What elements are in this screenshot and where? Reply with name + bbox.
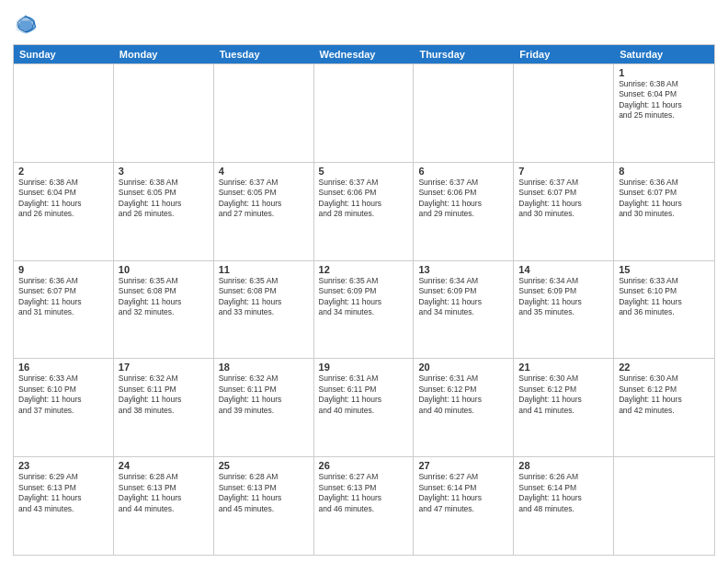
day-info: Sunrise: 6:38 AM Sunset: 6:04 PM Dayligh…	[18, 178, 108, 220]
day-info: Sunrise: 6:32 AM Sunset: 6:11 PM Dayligh…	[219, 373, 309, 416]
logo	[13, 11, 40, 37]
day-cell-7: 7Sunrise: 6:37 AM Sunset: 6:07 PM Daylig…	[514, 163, 614, 260]
day-header-saturday: Saturday	[614, 45, 714, 63]
day-header-sunday: Sunday	[14, 45, 114, 63]
day-number: 15	[619, 264, 710, 275]
day-number: 21	[518, 362, 609, 373]
day-number: 16	[18, 362, 108, 373]
day-number: 26	[319, 460, 409, 471]
week-row-3: 16Sunrise: 6:33 AM Sunset: 6:10 PM Dayli…	[14, 358, 714, 456]
day-info: Sunrise: 6:37 AM Sunset: 6:06 PM Dayligh…	[418, 178, 508, 220]
day-number: 12	[319, 264, 409, 275]
day-cell-6: 6Sunrise: 6:37 AM Sunset: 6:06 PM Daylig…	[414, 163, 514, 260]
day-number: 13	[418, 264, 508, 275]
day-cell-14: 14Sunrise: 6:34 AM Sunset: 6:09 PM Dayli…	[514, 261, 614, 359]
empty-cell	[114, 64, 214, 162]
day-info: Sunrise: 6:34 AM Sunset: 6:09 PM Dayligh…	[518, 276, 609, 318]
empty-cell	[214, 64, 314, 162]
day-info: Sunrise: 6:28 AM Sunset: 6:13 PM Dayligh…	[219, 472, 309, 514]
day-number: 25	[219, 460, 309, 471]
weeks: 1Sunrise: 6:38 AM Sunset: 6:04 PM Daylig…	[14, 63, 714, 555]
day-cell-17: 17Sunrise: 6:32 AM Sunset: 6:11 PM Dayli…	[114, 359, 214, 456]
header	[13, 11, 715, 37]
day-number: 9	[18, 264, 108, 275]
day-info: Sunrise: 6:35 AM Sunset: 6:09 PM Dayligh…	[319, 276, 409, 318]
day-cell-3: 3Sunrise: 6:38 AM Sunset: 6:05 PM Daylig…	[114, 163, 214, 260]
day-cell-21: 21Sunrise: 6:30 AM Sunset: 6:12 PM Dayli…	[514, 359, 614, 456]
day-info: Sunrise: 6:35 AM Sunset: 6:08 PM Dayligh…	[219, 276, 309, 318]
day-cell-2: 2Sunrise: 6:38 AM Sunset: 6:04 PM Daylig…	[14, 163, 114, 260]
day-number: 17	[119, 362, 209, 373]
day-cell-1: 1Sunrise: 6:38 AM Sunset: 6:04 PM Daylig…	[614, 64, 714, 162]
day-info: Sunrise: 6:28 AM Sunset: 6:13 PM Dayligh…	[119, 472, 209, 514]
day-info: Sunrise: 6:29 AM Sunset: 6:13 PM Dayligh…	[18, 472, 108, 514]
day-info: Sunrise: 6:31 AM Sunset: 6:11 PM Dayligh…	[319, 373, 409, 416]
day-cell-19: 19Sunrise: 6:31 AM Sunset: 6:11 PM Dayli…	[314, 359, 415, 456]
day-number: 8	[619, 166, 710, 177]
day-number: 19	[319, 362, 409, 373]
day-number: 20	[418, 362, 508, 373]
day-cell-4: 4Sunrise: 6:37 AM Sunset: 6:05 PM Daylig…	[214, 163, 314, 260]
day-info: Sunrise: 6:33 AM Sunset: 6:10 PM Dayligh…	[619, 276, 710, 318]
logo-icon	[13, 11, 39, 37]
day-cell-5: 5Sunrise: 6:37 AM Sunset: 6:06 PM Daylig…	[314, 163, 415, 260]
day-info: Sunrise: 6:26 AM Sunset: 6:14 PM Dayligh…	[518, 472, 609, 514]
day-cell-9: 9Sunrise: 6:36 AM Sunset: 6:07 PM Daylig…	[14, 261, 114, 359]
day-number: 3	[119, 166, 209, 177]
day-number: 27	[418, 460, 508, 471]
day-info: Sunrise: 6:37 AM Sunset: 6:07 PM Dayligh…	[518, 178, 609, 220]
day-cell-28: 28Sunrise: 6:26 AM Sunset: 6:14 PM Dayli…	[514, 457, 614, 555]
day-cell-26: 26Sunrise: 6:27 AM Sunset: 6:13 PM Dayli…	[314, 457, 415, 555]
day-number: 22	[619, 362, 710, 373]
day-cell-12: 12Sunrise: 6:35 AM Sunset: 6:09 PM Dayli…	[314, 261, 415, 359]
week-row-2: 9Sunrise: 6:36 AM Sunset: 6:07 PM Daylig…	[14, 260, 714, 359]
day-header-tuesday: Tuesday	[214, 45, 314, 63]
day-cell-23: 23Sunrise: 6:29 AM Sunset: 6:13 PM Dayli…	[14, 457, 114, 555]
day-info: Sunrise: 6:30 AM Sunset: 6:12 PM Dayligh…	[619, 373, 710, 416]
day-cell-22: 22Sunrise: 6:30 AM Sunset: 6:12 PM Dayli…	[614, 359, 714, 456]
day-header-thursday: Thursday	[414, 45, 514, 63]
empty-cell	[514, 64, 614, 162]
week-row-1: 2Sunrise: 6:38 AM Sunset: 6:04 PM Daylig…	[14, 162, 714, 260]
day-info: Sunrise: 6:37 AM Sunset: 6:05 PM Dayligh…	[219, 178, 309, 220]
day-info: Sunrise: 6:31 AM Sunset: 6:12 PM Dayligh…	[418, 373, 508, 416]
day-number: 6	[418, 166, 508, 177]
day-info: Sunrise: 6:30 AM Sunset: 6:12 PM Dayligh…	[518, 373, 609, 416]
day-header-monday: Monday	[114, 45, 214, 63]
day-info: Sunrise: 6:35 AM Sunset: 6:08 PM Dayligh…	[119, 276, 209, 318]
day-cell-25: 25Sunrise: 6:28 AM Sunset: 6:13 PM Dayli…	[214, 457, 314, 555]
day-number: 2	[18, 166, 108, 177]
week-row-4: 23Sunrise: 6:29 AM Sunset: 6:13 PM Dayli…	[14, 456, 714, 555]
day-info: Sunrise: 6:36 AM Sunset: 6:07 PM Dayligh…	[18, 276, 108, 318]
day-info: Sunrise: 6:27 AM Sunset: 6:13 PM Dayligh…	[319, 472, 409, 514]
day-cell-27: 27Sunrise: 6:27 AM Sunset: 6:14 PM Dayli…	[414, 457, 514, 555]
day-number: 1	[619, 67, 710, 78]
calendar: SundayMondayTuesdayWednesdayThursdayFrid…	[13, 44, 715, 556]
day-cell-8: 8Sunrise: 6:36 AM Sunset: 6:07 PM Daylig…	[614, 163, 714, 260]
day-number: 14	[518, 264, 609, 275]
day-cell-10: 10Sunrise: 6:35 AM Sunset: 6:08 PM Dayli…	[114, 261, 214, 359]
day-number: 11	[219, 264, 309, 275]
week-row-0: 1Sunrise: 6:38 AM Sunset: 6:04 PM Daylig…	[14, 63, 714, 162]
day-number: 4	[219, 166, 309, 177]
day-header-wednesday: Wednesday	[314, 45, 415, 63]
day-number: 23	[18, 460, 108, 471]
day-info: Sunrise: 6:36 AM Sunset: 6:07 PM Dayligh…	[619, 178, 710, 220]
day-info: Sunrise: 6:37 AM Sunset: 6:06 PM Dayligh…	[319, 178, 409, 220]
day-number: 7	[518, 166, 609, 177]
day-info: Sunrise: 6:34 AM Sunset: 6:09 PM Dayligh…	[418, 276, 508, 318]
empty-cell	[314, 64, 415, 162]
day-cell-20: 20Sunrise: 6:31 AM Sunset: 6:12 PM Dayli…	[414, 359, 514, 456]
page: SundayMondayTuesdayWednesdayThursdayFrid…	[0, 0, 728, 563]
day-info: Sunrise: 6:38 AM Sunset: 6:05 PM Dayligh…	[119, 178, 209, 220]
day-cell-15: 15Sunrise: 6:33 AM Sunset: 6:10 PM Dayli…	[614, 261, 714, 359]
day-header-friday: Friday	[514, 45, 614, 63]
day-number: 18	[219, 362, 309, 373]
empty-cell	[614, 457, 714, 555]
day-cell-11: 11Sunrise: 6:35 AM Sunset: 6:08 PM Dayli…	[214, 261, 314, 359]
day-headers: SundayMondayTuesdayWednesdayThursdayFrid…	[14, 45, 714, 63]
day-number: 28	[518, 460, 609, 471]
day-info: Sunrise: 6:27 AM Sunset: 6:14 PM Dayligh…	[418, 472, 508, 514]
day-number: 5	[319, 166, 409, 177]
empty-cell	[14, 64, 114, 162]
